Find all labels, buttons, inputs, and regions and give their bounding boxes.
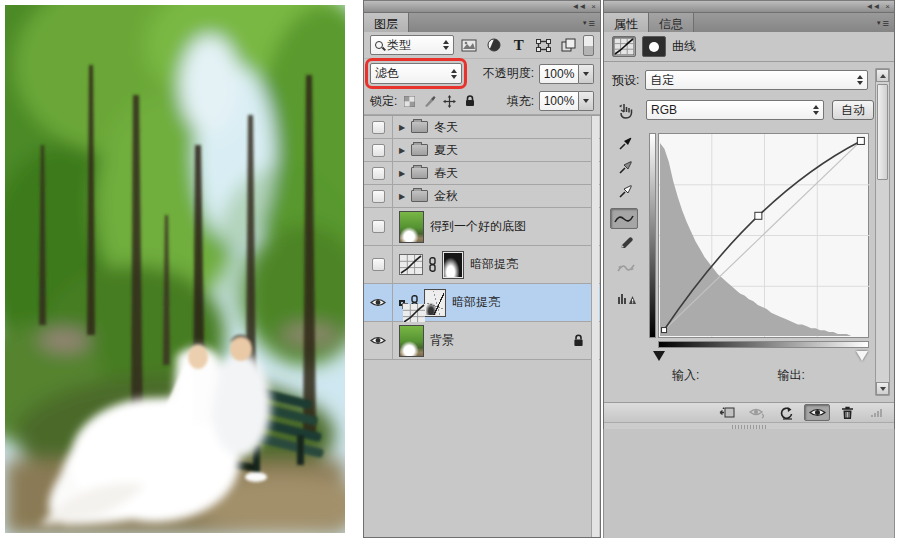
visibility-checkbox[interactable] (372, 220, 385, 233)
tab-layers[interactable]: 图层 (364, 13, 409, 32)
layer-group-row[interactable]: ▶夏天 (364, 139, 600, 162)
properties-scrollbar[interactable] (875, 68, 890, 396)
curves-adjustment-badge-icon[interactable] (612, 36, 636, 57)
group-name[interactable]: 春天 (434, 165, 458, 182)
layer-thumbnail[interactable] (399, 325, 424, 357)
shadow-input-slider[interactable] (653, 351, 665, 361)
visibility-toggle-button[interactable] (804, 404, 830, 421)
channel-dropdown[interactable]: RGB (646, 100, 824, 120)
opacity-input[interactable]: 100% (539, 64, 579, 84)
close-panel-icon[interactable]: × (591, 3, 595, 11)
lock-transparency-icon[interactable] (402, 94, 417, 109)
layer-row-adjustment-hidden[interactable]: 暗部提亮 (364, 246, 600, 284)
tab-info[interactable]: 信息 (649, 13, 694, 32)
layer-name[interactable]: 背景 (430, 332, 454, 349)
smooth-curve-button[interactable] (612, 262, 640, 274)
curve-point-mid[interactable] (755, 212, 762, 219)
collapse-panel-icon[interactable]: ◄◄ (571, 3, 585, 11)
pencil-tool-button[interactable] (612, 236, 640, 250)
mask-thumbnail[interactable] (442, 251, 464, 279)
disclosure-triangle-icon[interactable]: ▶ (399, 146, 405, 155)
layer-thumbnail[interactable] (399, 211, 424, 243)
histogram-warning-icon[interactable] (612, 292, 640, 305)
highlight-input-slider[interactable] (856, 351, 868, 361)
layer-group-row[interactable]: ▶春天 (364, 162, 600, 185)
curve-grid[interactable] (658, 133, 869, 338)
filter-text-layers-icon[interactable]: T (509, 36, 529, 55)
group-name[interactable]: 夏天 (434, 142, 458, 159)
visibility-checkbox[interactable] (372, 144, 385, 157)
preset-dropdown[interactable]: 自定 (645, 70, 868, 90)
collapse-panel-icon[interactable]: ◄◄ (865, 3, 879, 11)
lock-all-icon[interactable] (462, 94, 477, 109)
visibility-cell[interactable] (364, 246, 393, 283)
opacity-dropdown-button[interactable] (579, 64, 594, 84)
blend-mode-dropdown[interactable]: 滤色 (370, 63, 462, 84)
document-canvas-photo[interactable] (5, 5, 345, 533)
input-label: 输入: (658, 367, 764, 384)
filter-pixel-layers-icon[interactable] (459, 36, 479, 55)
resize-grip-icon[interactable] (864, 404, 890, 421)
lock-position-move-icon[interactable] (442, 94, 457, 109)
visibility-checkbox[interactable] (372, 258, 385, 271)
layers-scrollbar[interactable] (591, 116, 599, 537)
filter-toggle-switch[interactable] (583, 35, 594, 56)
layer-row-adjustment-selected[interactable]: 暗部提亮 (364, 284, 600, 322)
layer-row-background[interactable]: 背景 (364, 322, 600, 360)
fill-input[interactable]: 100% (539, 91, 579, 111)
layer-name[interactable]: 得到一个好的底图 (430, 218, 526, 235)
visibility-checkbox[interactable] (372, 121, 385, 134)
visibility-cell[interactable] (364, 139, 393, 161)
lock-row: 锁定: 填充: 100% (364, 88, 600, 115)
targeted-adjustment-tool[interactable] (612, 102, 640, 120)
close-panel-icon[interactable]: × (885, 3, 889, 11)
filter-type-dropdown[interactable]: 类型 (370, 35, 454, 55)
layer-name[interactable]: 暗部提亮 (470, 256, 518, 273)
curve-point-highlight[interactable] (857, 137, 864, 144)
scrollbar-thumb[interactable] (877, 84, 888, 180)
curve-point-tool-button[interactable] (610, 208, 638, 229)
eye-icon[interactable] (370, 335, 386, 346)
clip-to-layer-button[interactable] (714, 404, 740, 421)
disclosure-triangle-icon[interactable]: ▶ (399, 123, 405, 132)
mask-thumbnail[interactable] (424, 289, 446, 317)
disclosure-triangle-icon[interactable]: ▶ (399, 192, 405, 201)
properties-panel-menu-icon[interactable]: ▼ ≡ (876, 17, 889, 29)
fill-dropdown-button[interactable] (579, 91, 594, 111)
group-name[interactable]: 冬天 (434, 119, 458, 136)
layer-group-row[interactable]: ▶金秋 (364, 185, 600, 208)
lock-image-brush-icon[interactable] (422, 94, 437, 109)
scrollbar-down-button[interactable] (876, 382, 889, 395)
filter-shape-layers-icon[interactable] (534, 36, 554, 55)
filter-adjustment-layers-icon[interactable] (484, 36, 504, 55)
visibility-cell[interactable] (364, 208, 393, 245)
visibility-cell[interactable] (364, 116, 393, 138)
visibility-cell[interactable] (364, 185, 393, 207)
black-point-eyedropper-icon[interactable] (612, 136, 640, 150)
mask-badge-icon[interactable] (642, 36, 666, 57)
curve-point-shadow[interactable] (662, 328, 667, 333)
scrollbar-up-button[interactable] (876, 69, 889, 82)
layer-group-row[interactable]: ▶冬天 (364, 116, 600, 139)
layers-panel-menu-icon[interactable]: ▼ ≡ (582, 17, 595, 29)
eye-icon[interactable] (370, 297, 386, 308)
visibility-checkbox[interactable] (372, 167, 385, 180)
auto-button[interactable]: 自动 (832, 100, 874, 120)
layer-name[interactable]: 暗部提亮 (452, 294, 500, 311)
group-name[interactable]: 金秋 (434, 188, 458, 205)
visibility-cell[interactable] (364, 322, 393, 359)
curves-adjustment-icon[interactable] (399, 254, 423, 275)
curves-adjustment-icon[interactable] (402, 303, 408, 309)
visibility-checkbox[interactable] (372, 190, 385, 203)
reset-button[interactable] (774, 404, 800, 421)
visibility-cell[interactable] (364, 284, 393, 321)
visibility-cell[interactable] (364, 162, 393, 184)
view-previous-state-button[interactable] (744, 404, 770, 421)
tab-properties[interactable]: 属性 (604, 13, 649, 32)
layer-row-base[interactable]: 得到一个好的底图 (364, 208, 600, 246)
white-point-eyedropper-icon[interactable] (612, 184, 640, 198)
filter-smart-object-icon[interactable] (559, 36, 579, 55)
disclosure-triangle-icon[interactable]: ▶ (399, 169, 405, 178)
gray-point-eyedropper-icon[interactable] (612, 160, 640, 174)
delete-button[interactable] (834, 404, 860, 421)
